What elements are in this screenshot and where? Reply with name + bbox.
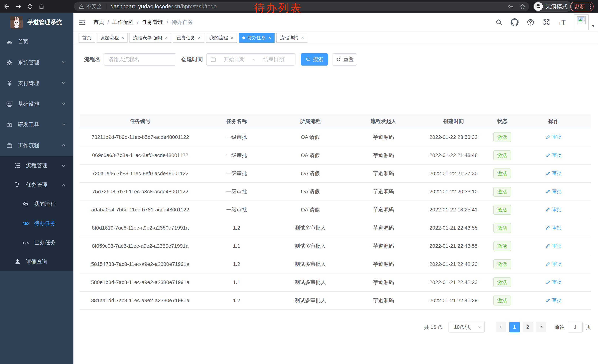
tab-label: 已办任务 (177, 35, 195, 41)
user-avatar-dropdown[interactable]: ▼ (574, 15, 595, 30)
search-button[interactable]: 搜索 (301, 53, 328, 65)
approve-link[interactable]: 审批 (546, 206, 562, 213)
starter-cell: 芋道源码 (348, 255, 419, 273)
approve-link[interactable]: 审批 (546, 279, 562, 285)
breadcrumb-item-2[interactable]: 任务管理 (142, 18, 163, 26)
help-icon[interactable] (527, 18, 534, 26)
status-badge: 激活 (493, 205, 511, 215)
app-logo[interactable]: 芋道管理系统 (0, 13, 73, 32)
close-icon[interactable]: × (198, 35, 201, 40)
status-badge: 激活 (493, 132, 511, 142)
browser-home-button[interactable] (37, 2, 46, 11)
sidebar-item-4[interactable]: 研发工具 (0, 114, 73, 135)
table-row-6: 8f059c03-7ac8-11ec-a9e2-a2380e71991a1.1测… (80, 237, 591, 255)
breadcrumb-separator: / (167, 19, 168, 25)
tab-0[interactable]: 首页 (79, 33, 95, 43)
approve-link[interactable]: 审批 (546, 134, 562, 140)
approve-link[interactable]: 审批 (546, 297, 562, 303)
create-time-cell: 2022-01-21 22:42:23 (419, 273, 488, 291)
process-cell: OA 请假 (272, 128, 348, 146)
tab-1[interactable]: 发起流程× (97, 33, 128, 43)
tab-label: 首页 (82, 35, 91, 41)
sidebar-item-9[interactable]: 待办任务 (0, 214, 73, 233)
fullscreen-icon[interactable] (543, 18, 550, 26)
task-name-cell: 1.1 (201, 273, 272, 291)
sidebar-item-5[interactable]: 工作流程 (0, 135, 73, 156)
next-page-button[interactable] (536, 322, 546, 332)
task-id-cell: 069c6a63-7b8a-11ec-8ef0-acde48001122 (80, 146, 201, 164)
breadcrumb-item-0[interactable]: 首页 (93, 18, 104, 26)
password-key-icon[interactable] (507, 3, 514, 10)
tab-3[interactable]: 已办任务× (173, 33, 204, 43)
reset-button[interactable]: 重置 (332, 53, 357, 65)
create-time-cell: 2022-01-22 18:25:41 (419, 201, 488, 219)
tab-5[interactable]: 待办任务× (239, 33, 274, 43)
status-cell: 激活 (488, 183, 516, 201)
browser-update-button[interactable]: 更新 (570, 2, 594, 11)
sidebar-item-1[interactable]: 系统管理 (0, 52, 73, 73)
table-row-2: 725a1eb6-7b88-11ec-8ef0-acde48001122一级审批… (80, 164, 591, 183)
process-name-input[interactable] (104, 53, 176, 65)
approve-link[interactable]: 审批 (546, 261, 562, 267)
close-icon[interactable]: × (231, 35, 233, 40)
font-size-icon[interactable]: TT (558, 18, 566, 26)
github-icon[interactable] (511, 18, 519, 26)
close-icon[interactable]: × (165, 35, 168, 40)
pencil-icon (546, 243, 550, 248)
tab-label: 待办任务 (247, 35, 266, 41)
starter-cell: 芋道源码 (348, 237, 419, 255)
approve-link[interactable]: 审批 (546, 224, 562, 231)
process-cell: OA 请假 (272, 146, 348, 164)
tab-4[interactable]: 我的流程× (206, 33, 237, 43)
sidebar-item-2[interactable]: 支付管理 (0, 73, 73, 94)
approve-link[interactable]: 审批 (546, 188, 562, 194)
page-button-2[interactable]: 2 (523, 322, 533, 332)
sidebar-item-10[interactable]: 已办任务 (0, 233, 73, 252)
status-cell: 激活 (488, 128, 516, 146)
tab-2[interactable]: 流程表单-编辑× (130, 33, 171, 43)
task-id-cell: a6aba0a4-7b6d-11ec-b781-acde48001122 (80, 201, 201, 219)
sidebar-item-3[interactable]: 基础设施 (0, 94, 73, 114)
action-cell: 审批 (516, 146, 591, 164)
table-row-8: 580e1b3d-7ac8-11ec-a9e2-a2380e71991a1.1测… (80, 273, 591, 291)
sidebar-item-8[interactable]: 我的流程 (0, 194, 73, 214)
task-id-cell: 725a1eb6-7b88-11ec-8ef0-acde48001122 (80, 164, 201, 183)
sidebar-item-7[interactable]: 任务管理 (0, 175, 73, 194)
browser-forward-button[interactable] (14, 2, 23, 11)
sidebar-item-11[interactable]: 请假查询 (0, 252, 73, 271)
close-icon[interactable]: × (301, 35, 304, 40)
approve-link[interactable]: 审批 (546, 170, 562, 177)
page-size-select[interactable]: 10条/页 (448, 322, 485, 332)
goto-page-input[interactable] (568, 322, 583, 332)
bookmark-star-icon[interactable] (519, 3, 526, 10)
sidebar-item-6[interactable]: 流程管理 (0, 156, 73, 175)
prev-page-button[interactable] (496, 322, 506, 332)
approve-link[interactable]: 审批 (546, 243, 562, 249)
sidebar-collapse-icon[interactable] (79, 18, 86, 26)
breadcrumb-item-1[interactable]: 工作流程 (112, 18, 134, 26)
close-icon[interactable]: × (121, 35, 124, 40)
date-range-picker[interactable]: 开始日期 - 结束日期 (206, 53, 295, 65)
page-button-1[interactable]: 1 (509, 322, 520, 332)
goto-label: 前往 (555, 324, 565, 331)
tab-6[interactable]: 流程详情× (276, 33, 307, 43)
task-name-cell: 1.1 (201, 237, 272, 255)
table-row-5: 8f0d1619-7ac8-11ec-a9e2-a2380e71991a1.2测… (80, 219, 591, 237)
browser-back-button[interactable] (3, 2, 11, 11)
approve-link[interactable]: 审批 (546, 152, 562, 158)
column-header: 任务编号 (80, 114, 201, 128)
tree-icon (14, 182, 21, 188)
tasks-table: 任务编号任务名称所属流程流程发起人创建时间状态操作 73211d9d-7b9b-… (80, 114, 591, 310)
action-cell: 审批 (516, 273, 591, 291)
create-time-cell: 2022-01-21 22:42:23 (419, 255, 488, 273)
page-content: 流程名 创建时间 开始日期 - 结束日期 搜索 重置 (73, 53, 598, 364)
starter-cell: 芋道源码 (348, 291, 419, 310)
browser-menu-icon[interactable] (590, 4, 590, 9)
close-icon[interactable]: × (268, 35, 271, 40)
sidebar-item-label: 流程管理 (26, 162, 47, 169)
create-time-cell: 2022-01-22 20:33:10 (419, 183, 488, 201)
sidebar-item-0[interactable]: 首页 (0, 32, 73, 52)
search-icon[interactable] (495, 18, 503, 26)
sidebar-menu: 首页系统管理支付管理基础设施研发工具工作流程流程管理任务管理我的流程待办任务已办… (0, 32, 73, 271)
browser-reload-button[interactable] (25, 2, 34, 11)
